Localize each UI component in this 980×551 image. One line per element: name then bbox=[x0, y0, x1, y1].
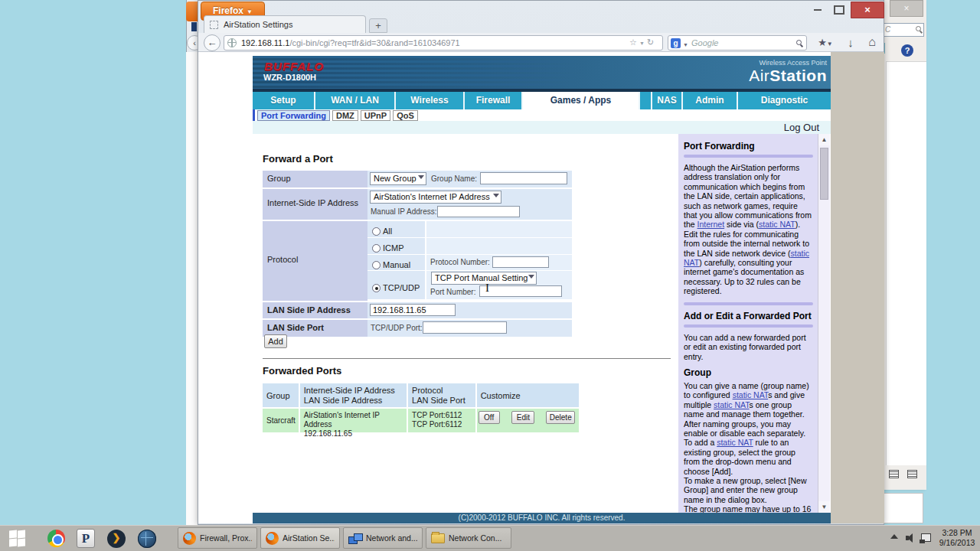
site-identity-icon bbox=[227, 38, 237, 47]
search-icon[interactable] bbox=[796, 40, 802, 45]
url-host: 192.168.11.1 bbox=[241, 38, 289, 47]
logout-strip bbox=[253, 121, 831, 134]
inet-ip-label: Internet-Side IP Address bbox=[263, 189, 368, 220]
tray-clock[interactable]: 3:28 PM 9/16/2013 bbox=[937, 528, 977, 548]
tray-expand-icon[interactable] bbox=[890, 534, 898, 539]
tab-admin[interactable]: Admin bbox=[683, 92, 738, 109]
col-protocol: ProtocolLAN Side Port bbox=[408, 383, 475, 407]
thumbnail-view-icon[interactable] bbox=[907, 470, 917, 478]
radio-all[interactable] bbox=[372, 227, 381, 236]
delete-button[interactable]: Delete bbox=[546, 411, 575, 424]
subtab-dmz[interactable]: DMZ bbox=[332, 110, 358, 121]
protocol-number-label: Protocol Number: bbox=[430, 258, 490, 266]
search-engine-icon[interactable]: g bbox=[671, 38, 681, 48]
chrome-icon[interactable] bbox=[47, 530, 65, 547]
tab-wan-lan[interactable]: WAN / LAN bbox=[315, 92, 396, 109]
subtab-upnp[interactable]: UPnP bbox=[361, 110, 390, 121]
static-nat-link[interactable]: static NAT bbox=[714, 400, 749, 409]
close-button[interactable]: × bbox=[851, 2, 884, 18]
help-scrollbar[interactable]: ▲ ▼ bbox=[818, 134, 830, 513]
lan-ip-input[interactable] bbox=[370, 304, 456, 316]
help-divider bbox=[684, 324, 813, 328]
tab-nas[interactable]: NAS bbox=[652, 92, 683, 109]
volume-icon[interactable] bbox=[906, 533, 916, 543]
row-customize: Off Edit Delete bbox=[477, 409, 579, 432]
taskbar-item-firewall[interactable]: Firewall, Prox... bbox=[178, 527, 257, 549]
downloads-icon[interactable]: ↓ bbox=[842, 34, 859, 51]
tab-wireless[interactable]: Wireless bbox=[396, 92, 465, 109]
internet-link[interactable]: Internet bbox=[697, 220, 725, 229]
chevron-down-icon: ▼ bbox=[247, 8, 253, 15]
explorer-content bbox=[886, 61, 926, 465]
network-tray-icon[interactable] bbox=[921, 533, 931, 542]
minimize-button[interactable] bbox=[808, 2, 828, 18]
scroll-up-icon[interactable]: ▲ bbox=[818, 134, 830, 145]
subtab-qos[interactable]: QoS bbox=[393, 110, 418, 121]
help-icon[interactable]: ? bbox=[901, 44, 913, 57]
new-tab-button[interactable]: + bbox=[369, 18, 387, 33]
back-button[interactable]: ← bbox=[204, 34, 220, 51]
static-nat-link[interactable]: static NAT bbox=[733, 390, 768, 399]
scrollbar-thumb[interactable] bbox=[820, 148, 828, 200]
add-button[interactable]: Add bbox=[264, 334, 287, 348]
protocol-number-input[interactable] bbox=[492, 256, 549, 268]
url-path: /cgi-bin/cgi?req=tfr&id=30&rand=16103469… bbox=[289, 38, 459, 47]
maximize-button[interactable] bbox=[829, 2, 849, 18]
group-select[interactable]: New Group bbox=[370, 172, 426, 185]
details-view-icon[interactable] bbox=[889, 470, 899, 478]
static-nat-link[interactable]: static NAT bbox=[759, 220, 795, 229]
tcpudp-port-input[interactable] bbox=[423, 321, 507, 334]
protocol-option-all: All bbox=[368, 221, 572, 237]
search-icon bbox=[916, 26, 921, 31]
firefox-icon bbox=[183, 532, 196, 545]
bookmark-star-icon[interactable]: ☆ bbox=[629, 37, 637, 47]
inet-ip-select[interactable]: AirStation's Internet IP Address bbox=[370, 191, 501, 204]
chevron-down-icon bbox=[528, 275, 534, 279]
bookmarks-menu-button[interactable]: ★▼ bbox=[813, 35, 838, 51]
url-bar-actions: ☆ ▼ ↻ bbox=[629, 35, 654, 51]
tab-games-apps[interactable]: Games / Apps bbox=[523, 92, 640, 109]
explorer-close-button[interactable]: × bbox=[890, 0, 923, 17]
scroll-down-icon[interactable]: ▼ bbox=[818, 501, 830, 513]
help-section-title: Add or Edit a Forwarded Port bbox=[684, 311, 813, 321]
explorer-search-input[interactable]: C bbox=[882, 23, 924, 37]
static-nat-link[interactable]: static NAT bbox=[717, 438, 753, 447]
radio-icmp[interactable] bbox=[372, 244, 381, 253]
sub-navigation: Port Forwarding DMZ UPnP QoS bbox=[253, 109, 831, 121]
edit-button[interactable]: Edit bbox=[511, 411, 534, 424]
manual-ip-input[interactable] bbox=[437, 206, 520, 217]
taskbar-item-network-connections[interactable]: Network Con... bbox=[426, 527, 511, 549]
group-name-input[interactable] bbox=[480, 172, 567, 184]
tab-setup[interactable]: Setup bbox=[253, 92, 315, 109]
col-customize: Customize bbox=[477, 383, 579, 407]
search-bar[interactable]: g ▼ Google bbox=[668, 35, 807, 51]
plex-icon[interactable]: ❯ bbox=[107, 530, 126, 548]
start-button[interactable] bbox=[9, 529, 37, 547]
p-app-icon[interactable]: P bbox=[77, 529, 95, 548]
taskbar-item-network-sharing[interactable]: Network and... bbox=[343, 527, 423, 549]
home-icon[interactable]: ⌂ bbox=[864, 34, 880, 51]
url-bar[interactable]: 192.168.11.1/cgi-bin/cgi?req=tfr&id=30&r… bbox=[224, 35, 663, 51]
main-navigation: Setup WAN / LAN Wireless Firewall Games … bbox=[253, 92, 831, 109]
forwarded-ports-table: Group Internet-Side IP AddressLAN Side I… bbox=[263, 383, 579, 434]
tab-firewall[interactable]: Firewall bbox=[465, 92, 523, 109]
network-globe-icon[interactable] bbox=[138, 530, 156, 548]
radio-manual[interactable] bbox=[372, 261, 381, 269]
lan-port-value-cell: TCP/UDP Port: bbox=[368, 320, 572, 337]
off-button[interactable]: Off bbox=[479, 411, 500, 424]
logout-link[interactable]: Log Out bbox=[784, 122, 819, 133]
chevron-down-icon[interactable]: ▼ bbox=[683, 42, 688, 47]
taskbar-item-airstation[interactable]: AirStation Se... bbox=[260, 527, 340, 549]
tcp-port-select[interactable]: TCP Port Manual Setting bbox=[431, 272, 537, 285]
protocol-value-cell: All ICMP Manual Protocol Number: TCP/UDP bbox=[368, 221, 572, 301]
background-firefox-app-button[interactable] bbox=[186, 2, 198, 21]
port-number-input[interactable] bbox=[479, 285, 562, 297]
tab-diagnostic[interactable]: Diagnostic bbox=[738, 92, 831, 109]
reload-icon[interactable]: ↻ bbox=[647, 37, 654, 47]
radio-manual-label: Manual bbox=[383, 260, 410, 269]
chevron-down-icon[interactable]: ▼ bbox=[639, 41, 645, 46]
subtab-port-forwarding[interactable]: Port Forwarding bbox=[257, 110, 330, 121]
radio-tcpudp[interactable] bbox=[372, 284, 381, 292]
port-forward-form: Group New Group Group Name: Internet-Sid… bbox=[263, 171, 572, 338]
tab-spacer bbox=[640, 92, 652, 109]
